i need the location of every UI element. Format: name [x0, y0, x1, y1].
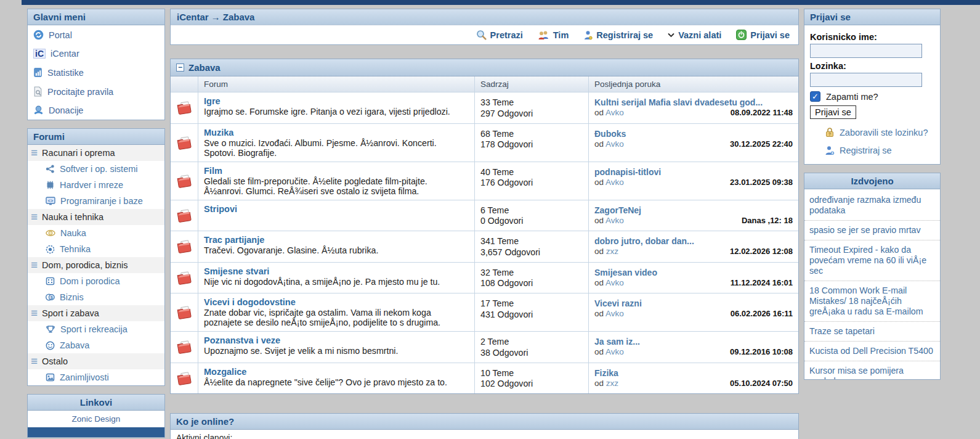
folder-icon — [171, 263, 198, 293]
link-zonic-design[interactable]: Zonic Design — [28, 411, 164, 427]
last-post-author-link[interactable]: Avko — [605, 216, 624, 225]
important-tools-button[interactable]: Vazni alati — [668, 30, 721, 40]
last-post-date: 12.02.2026 12:08 — [730, 247, 793, 256]
column-forum: Forum — [198, 76, 474, 92]
collapse-icon[interactable]: − — [176, 64, 184, 72]
sidebar-item-dom-i-porodica[interactable]: Dom i porodica — [28, 273, 164, 289]
breadcrumb-current-link[interactable]: Zabava — [223, 12, 255, 22]
password-field[interactable] — [810, 73, 922, 87]
category-dom[interactable]: ≡ Dom, porodica, biznis — [28, 257, 164, 273]
breadcrumb-arrow: → — [211, 12, 223, 22]
sidebar-item-softver[interactable]: Softver i op. sistemi — [28, 161, 164, 177]
search-button[interactable]: Pretrazi — [476, 30, 523, 40]
featured-topic-link[interactable]: Kursor misa se pomijera pogledom — [804, 361, 940, 380]
forum-link[interactable]: Smijesne stvari — [204, 266, 469, 276]
forgot-password-link[interactable]: ? Zaboravili ste lozinku? — [825, 127, 934, 137]
register-link[interactable]: Registriraj se — [825, 146, 934, 155]
category-label: Sport i zabava — [42, 308, 99, 318]
sidebar-item-donacije[interactable]: Donacije — [28, 101, 164, 120]
linkovi-banner[interactable] — [28, 427, 164, 437]
menu-lines-icon: ≡ — [31, 261, 38, 269]
forum-link[interactable]: Poznanstva i veze — [204, 335, 469, 345]
sidebar-item-hardver[interactable]: Hardver i mreze — [28, 177, 164, 193]
forum-description: Upoznajmo se. Svijet je velik a mi nismo… — [204, 346, 469, 356]
sidebar-item-label: Dom i porodica — [60, 276, 120, 286]
remember-me-checkbox[interactable]: ✓ — [810, 91, 820, 102]
last-post-link[interactable]: Smijesan video — [594, 268, 793, 277]
last-post-link[interactable]: ZagorTeNej — [594, 205, 793, 215]
last-post-link[interactable]: Kultni serijal Mafia slavi dvadesetu god… — [594, 97, 793, 107]
featured-topic-link[interactable]: određivanje razmaka između podataka — [804, 191, 940, 221]
sidebar-item-portal[interactable]: Portal — [28, 25, 164, 44]
last-post-link[interactable]: podnapisi-titlovi — [594, 167, 793, 177]
last-post-author-link[interactable]: Avko — [605, 347, 624, 356]
last-post-author-link[interactable]: Avko — [605, 278, 624, 287]
sidebar-item-nauka[interactable]: Nauka — [28, 225, 164, 241]
table-row: Vicevi i dogodovstineZnate dobar vic, is… — [171, 293, 798, 331]
category-racunari[interactable]: ≡ Racunari i oprema — [28, 145, 164, 161]
breadcrumb-home-link[interactable]: iCentar — [177, 12, 209, 22]
sidebar-item-label: Zanimljivosti — [60, 372, 109, 382]
folder-icon — [171, 162, 198, 200]
last-post-link[interactable]: Fizika — [594, 368, 793, 378]
sidebar-item-zabava[interactable]: Zabava — [28, 337, 164, 353]
forum-link[interactable]: Trac partijanje — [204, 235, 469, 245]
sidebar-item-sport-i-rekreacija[interactable]: Sport i rekreacija — [28, 321, 164, 337]
table-row: MozgaliceÅ½elite da napregnete "sive čel… — [171, 363, 798, 394]
last-post-author-link[interactable]: zxz — [606, 379, 618, 388]
login-submit-button[interactable]: Prijavi se — [810, 105, 856, 119]
username-field[interactable] — [810, 44, 922, 58]
sidebar-item-pravila[interactable]: Procitajte pravila — [28, 82, 164, 101]
sidebar-item-zanimljivosti[interactable]: Zanimljivosti — [28, 369, 164, 385]
folder-icon — [171, 231, 198, 262]
by-label: od — [594, 278, 604, 287]
last-post-link[interactable]: Đuboks — [594, 129, 793, 139]
last-post-link[interactable]: Ja sam iz... — [594, 337, 793, 347]
table-row: FilmGledali ste film-preporučite. Å½elit… — [171, 162, 798, 200]
gallery-icon — [46, 373, 55, 382]
last-post-date: 23.01.2025 09:38 — [730, 178, 793, 187]
sidebar-item-icentar[interactable]: iC iCentar — [28, 44, 164, 63]
last-post-author-link[interactable]: Avko — [605, 108, 624, 117]
last-post-date: 06.02.2026 16:11 — [731, 309, 793, 318]
forum-link[interactable]: Stripovi — [204, 204, 469, 214]
category-ostalo[interactable]: ≡ Ostalo — [28, 353, 164, 369]
last-post-date: 08.09.2022 11:48 — [731, 108, 793, 117]
last-post-author-link[interactable]: Avko — [605, 139, 624, 149]
forum-link[interactable]: Muzika — [204, 128, 469, 137]
folder-icon — [171, 92, 198, 123]
last-post-author-link[interactable]: Avko — [605, 309, 624, 318]
forum-stats: 68 Teme178 Odgovori — [474, 124, 588, 162]
team-label: Tim — [553, 30, 569, 40]
menu-lines-icon: ≡ — [31, 213, 38, 221]
forum-link[interactable]: Igre — [204, 96, 469, 106]
login-panel-title: Prijavi se — [804, 9, 940, 25]
izdvojeno-title: Izdvojeno — [804, 173, 940, 189]
login-button[interactable]: Prijavi se — [736, 30, 790, 40]
featured-topic-link[interactable]: spasio se jer se pravio mrtav — [804, 221, 940, 240]
sidebar-item-programiranje[interactable]: <> Programiranje i baze — [28, 193, 164, 209]
sidebar-item-tehnika[interactable]: Tehnika — [28, 241, 164, 257]
category-nauka[interactable]: ≡ Nauka i tehnika — [28, 209, 164, 225]
featured-topic-link[interactable]: Timeout Expired - kako da povećam vreme … — [804, 240, 940, 281]
last-post-author-link[interactable]: zxz — [606, 247, 618, 256]
online-title: Ko je online? — [171, 414, 798, 430]
last-post-link[interactable]: Vicevi razni — [594, 298, 793, 308]
last-post-author-link[interactable]: Avko — [605, 178, 624, 187]
forum-link[interactable]: Vicevi i dogodovstine — [204, 297, 469, 307]
register-button[interactable]: Registriraj se — [583, 30, 653, 40]
sidebar-item-statistike[interactable]: Statistike — [28, 63, 164, 82]
forum-link[interactable]: Film — [204, 166, 469, 176]
featured-topic-link[interactable]: 18 Common Work E-mail Mistakes/ 18 najče… — [804, 281, 940, 322]
by-label: od — [594, 347, 604, 356]
featured-topic-link[interactable]: Kucista od Dell Precision T5400 — [804, 342, 940, 361]
forum-link[interactable]: Mozgalice — [204, 367, 469, 377]
category-sport[interactable]: ≡ Sport i zabava — [28, 305, 164, 321]
forum-table-panel: − Zabava Forum Sadrzaj Posljednja poruka… — [170, 59, 799, 394]
folder-icon — [171, 363, 198, 394]
featured-topic-link[interactable]: Traze se tapetari — [804, 322, 940, 342]
last-post-link[interactable]: dobro jutro, dobar dan... — [594, 236, 793, 246]
by-label: od — [594, 139, 604, 149]
team-button[interactable]: Tim — [538, 30, 569, 40]
sidebar-item-biznis[interactable]: $ Biznis — [28, 289, 164, 305]
